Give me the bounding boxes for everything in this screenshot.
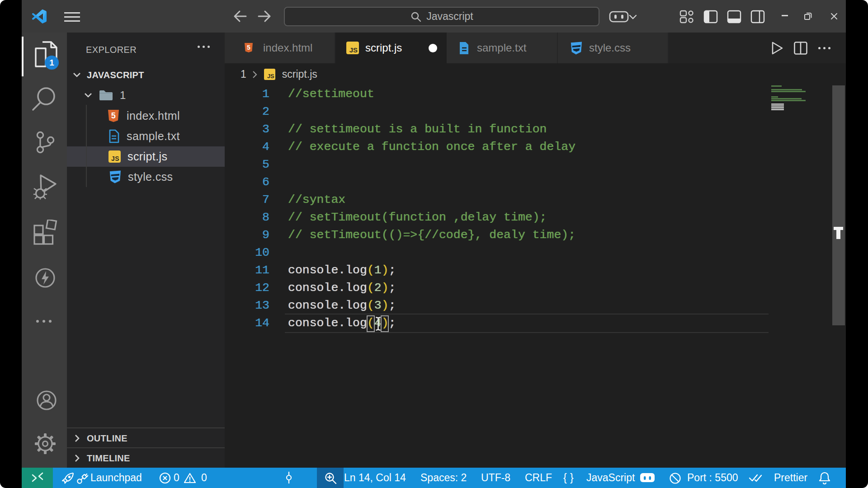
svg-text:5: 5	[111, 111, 116, 120]
svg-text:5: 5	[247, 44, 250, 51]
